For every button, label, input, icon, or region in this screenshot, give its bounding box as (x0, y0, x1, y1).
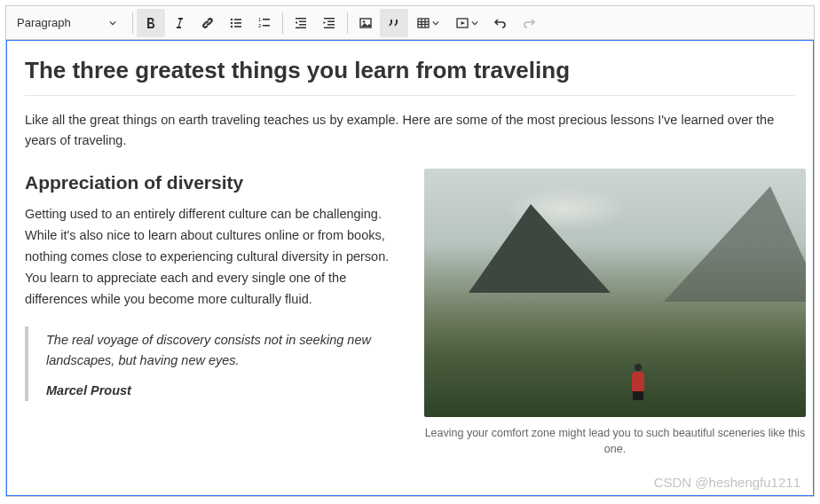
svg-rect-12 (299, 24, 306, 26)
svg-rect-4 (234, 22, 241, 24)
page-title: The three greatest things you learn from… (25, 57, 795, 96)
image-button[interactable] (351, 9, 380, 37)
chevron-down-icon (109, 20, 116, 27)
left-column: Appreciation of diversity Getting used t… (25, 172, 406, 457)
svg-rect-8 (263, 19, 270, 20)
blockquote-button[interactable] (380, 9, 408, 37)
bold-button[interactable] (137, 9, 165, 37)
svg-point-2 (231, 25, 233, 27)
svg-rect-17 (324, 27, 335, 28)
table-button[interactable] (408, 9, 447, 37)
image-icon (359, 16, 373, 30)
section-heading: Appreciation of diversity (25, 172, 406, 193)
separator (282, 12, 283, 34)
media-icon (455, 16, 469, 30)
editor-content[interactable]: The three greatest things you learn from… (6, 40, 814, 496)
bold-icon (144, 16, 158, 30)
italic-button[interactable] (165, 9, 193, 37)
outdent-button[interactable] (287, 9, 315, 37)
svg-text:1: 1 (258, 17, 262, 22)
svg-rect-16 (327, 24, 335, 26)
section-paragraph: Getting used to an entirely different cu… (25, 204, 406, 311)
chevron-down-icon (432, 20, 439, 27)
table-icon (416, 16, 430, 30)
svg-rect-10 (296, 18, 306, 20)
svg-rect-3 (234, 19, 241, 20)
link-button[interactable] (193, 9, 222, 37)
italic-icon (172, 16, 186, 30)
svg-point-0 (231, 18, 233, 20)
bullet-list-button[interactable] (222, 9, 250, 37)
chevron-down-icon (471, 20, 478, 27)
bullet-list-icon (229, 16, 243, 30)
svg-text:2: 2 (258, 23, 262, 28)
right-column: Leaving your comfort zone might lead you… (424, 172, 806, 457)
figure-caption: Leaving your comfort zone might lead you… (424, 426, 806, 457)
watermark: CSDN @heshengfu1211 (654, 475, 800, 490)
volcano-decoration (469, 204, 611, 293)
quote-text: The real voyage of discovery consists no… (46, 330, 406, 371)
media-button[interactable] (447, 9, 486, 37)
svg-point-19 (363, 20, 365, 22)
redo-icon (522, 16, 536, 30)
numbered-list-icon: 12 (257, 16, 272, 30)
mountain-decoration (664, 186, 806, 302)
intro-paragraph: Like all the great things on earth trave… (25, 110, 795, 151)
separator (132, 12, 133, 34)
redo-button[interactable] (515, 9, 543, 37)
body-row: Appreciation of diversity Getting used t… (25, 172, 795, 457)
toolbar: Paragraph 12 (6, 6, 814, 40)
figure: Leaving your comfort zone might lead you… (424, 169, 806, 457)
separator (347, 12, 348, 34)
outdent-icon (294, 16, 308, 30)
svg-rect-13 (296, 27, 306, 28)
blockquote-icon (387, 16, 401, 30)
figure-image[interactable] (424, 169, 806, 417)
heading-dropdown[interactable]: Paragraph (10, 10, 123, 36)
svg-point-1 (231, 21, 233, 23)
indent-button[interactable] (315, 9, 343, 37)
numbered-list-button[interactable]: 12 (250, 9, 279, 37)
svg-rect-14 (324, 18, 335, 20)
heading-dropdown-label: Paragraph (17, 16, 71, 29)
link-icon (201, 16, 215, 30)
svg-rect-20 (418, 19, 429, 28)
editor-container: Paragraph 12 (5, 5, 815, 497)
undo-icon (493, 16, 508, 30)
svg-rect-11 (299, 20, 306, 22)
undo-button[interactable] (486, 9, 515, 37)
person-decoration (628, 364, 648, 396)
svg-rect-15 (327, 20, 335, 22)
blockquote: The real voyage of discovery consists no… (25, 327, 406, 401)
quote-author: Marcel Proust (46, 383, 406, 398)
svg-rect-5 (234, 26, 241, 28)
indent-icon (322, 16, 336, 30)
svg-rect-9 (263, 25, 270, 27)
